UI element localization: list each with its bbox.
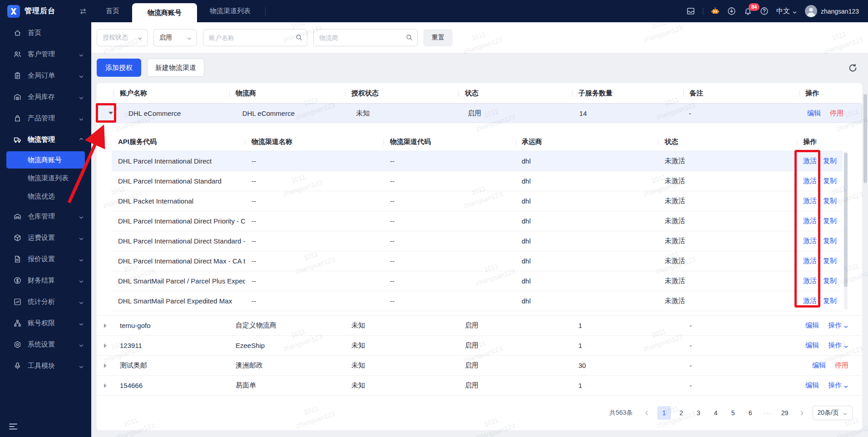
activate-link[interactable]: 激活 [803,197,817,205]
tab-logistics-channel-list[interactable]: 物流渠道列表 [197,0,263,22]
table-row[interactable]: 123911 EzeeShip 未知 启用 1 - 编辑 操作 [97,336,862,356]
pagination-page[interactable]: 4 [709,406,723,420]
activate-link[interactable]: 激活 [803,217,817,225]
subtable-scrollbar[interactable] [844,151,848,309]
edit-link[interactable]: 编辑 [805,321,819,330]
table-row[interactable]: 测试奥邮 澳洲邮政 未知 启用 30 - 编辑 停用 [97,356,862,376]
add-authorization-button[interactable]: 添加授权 [97,59,141,77]
search-icon[interactable] [296,34,302,41]
sidebar-item-settings[interactable]: 系统设置 [0,334,91,355]
sub-table-row[interactable]: DHL Packet International -- -- dhl 未激活 激… [112,191,843,211]
sub-table-row[interactable]: DHL SmartMail Parcel Expedited Max -- --… [112,291,843,311]
sub-table-row[interactable]: DHL Parcel International Direct -- -- dh… [112,151,843,171]
sidebar-item-logistics[interactable]: 物流管理 [0,129,91,150]
sub-table-row[interactable]: DHL Parcel International Direct Standard… [112,231,843,251]
copy-link[interactable]: 复制 [823,157,837,165]
sidebar-subitem[interactable]: 物流商账号 [6,151,85,169]
cell-api-code: DHL SmartMail Parcel Expedited Max [112,297,245,305]
copy-link[interactable]: 复制 [823,257,837,265]
sidebar-item-warehouse[interactable]: 仓库管理 [0,206,91,227]
activate-link[interactable]: 激活 [803,237,817,245]
table-row[interactable]: temu-gofo 自定义物流商 未知 启用 1 - 编辑 操作 [97,316,862,336]
edit-link[interactable]: 编辑 [807,109,821,118]
sidebar-item-freight[interactable]: 运费设置 [0,227,91,248]
main-content: 添加授权 新建物流渠道 账户名称 物流商 授权状态 状态 子服务数量 备注 操作… [91,53,868,437]
copy-link[interactable]: 复制 [823,277,837,285]
robot-assistant-icon[interactable] [711,7,720,15]
download-icon[interactable] [727,7,736,15]
sidebar-item-finance[interactable]: 财务结算 [0,270,91,291]
subtable-scrollbar-thumb[interactable] [844,153,848,287]
sidebar-item-tools[interactable]: 工具模块 [0,355,91,377]
sidebar-item-users[interactable]: 客户管理 [0,44,91,65]
new-logistics-channel-button[interactable]: 新建物流渠道 [147,59,204,77]
pagination-page[interactable]: 29 [778,406,792,420]
sub-table-row[interactable]: DHL Parcel International Direct Max - CA… [112,251,843,271]
expand-caret[interactable] [104,383,107,388]
disable-link[interactable]: 停用 [830,109,843,118]
sidebar-item-products[interactable]: 产品管理 [0,108,91,129]
pagination-page[interactable]: 1 [657,406,671,420]
swap-arrows-icon[interactable] [79,7,88,16]
page-scrollbar-thumb[interactable] [863,94,867,183]
sidebar-subitem[interactable]: 物流优选 [6,188,85,205]
sidebar-item-quote[interactable]: 报价设置 [0,248,91,270]
status-select[interactable]: 启用 [153,29,197,46]
edit-link[interactable]: 编辑 [805,381,819,390]
menu-collapse-icon[interactable] [8,422,18,432]
edit-link[interactable]: 编辑 [805,341,819,350]
sidebar-subitem[interactable]: 物流渠道列表 [6,169,85,187]
pagination-page[interactable]: 2 [675,406,688,420]
app-logo-icon [7,5,20,18]
sub-table-row[interactable]: DHL Parcel International Direct Priority… [112,211,843,231]
action-menu-link[interactable]: 操作 [828,321,848,330]
copy-link[interactable]: 复制 [823,197,837,205]
help-icon[interactable] [760,7,769,15]
reset-button[interactable]: 重置 [424,29,453,46]
action-menu-link[interactable]: 操作 [828,381,848,390]
expand-caret[interactable] [104,363,107,368]
pagination-page[interactable]: 5 [726,406,740,420]
expand-caret[interactable] [104,343,107,348]
refresh-icon[interactable] [848,64,857,72]
table-row[interactable]: DHL eCommerce DHL eCommerce 未知 启用 14 - 编… [97,103,862,123]
activate-link[interactable]: 激活 [803,257,817,265]
copy-link[interactable]: 复制 [823,237,837,245]
expand-caret[interactable] [108,112,113,114]
sidebar-item-home[interactable]: 首页 [0,22,91,44]
notifications[interactable]: 84 [744,7,752,15]
auth-status-select[interactable]: 授权状态 [97,29,148,46]
table-row[interactable]: 154666 易面单 未知 启用 1 - 编辑 操作 [97,376,862,396]
pagination-page[interactable]: 3 [692,406,705,420]
copy-link[interactable]: 复制 [823,297,837,305]
pagination-prev-icon[interactable] [640,406,654,420]
app-logo[interactable]: 管理后台 [0,5,91,18]
expand-caret[interactable] [104,323,107,328]
sidebar-item-inventory[interactable]: 全局库存 [0,86,91,108]
inbox-icon[interactable] [686,7,695,15]
sidebar-item-stats[interactable]: 统计分析 [0,291,91,313]
page-size-select[interactable]: 20条/页 [813,406,853,420]
pagination-next-icon[interactable] [795,406,809,420]
edit-link[interactable]: 编辑 [812,361,826,370]
sub-table-row[interactable]: DHL SmartMail Parcel / Parcel Plus Exped… [112,271,843,291]
account-name-input[interactable] [209,34,296,41]
language-select[interactable]: 中文 [776,7,797,15]
logistics-provider-input[interactable] [319,34,406,41]
sidebar-item-orders[interactable]: 全局订单 [0,65,91,86]
action-menu-link[interactable]: 操作 [828,341,848,350]
activate-link[interactable]: 激活 [803,297,817,305]
activate-link[interactable]: 激活 [803,177,817,185]
tab-home[interactable]: 首页 [93,0,132,22]
copy-link[interactable]: 复制 [823,177,837,185]
search-icon[interactable] [406,34,413,41]
sidebar-item-permissions[interactable]: 账号权限 [0,313,91,334]
activate-link[interactable]: 激活 [803,157,817,165]
sub-table-row[interactable]: DHL Parcel International Standard -- -- … [112,171,843,191]
disable-link[interactable]: 停用 [835,361,848,370]
pagination-page[interactable]: 6 [744,406,757,420]
activate-link[interactable]: 激活 [803,277,817,285]
tab-logistics-provider-account[interactable]: 物流商账号 [132,3,197,22]
user-menu[interactable]: zhangsan123 [805,5,859,17]
copy-link[interactable]: 复制 [823,217,837,225]
